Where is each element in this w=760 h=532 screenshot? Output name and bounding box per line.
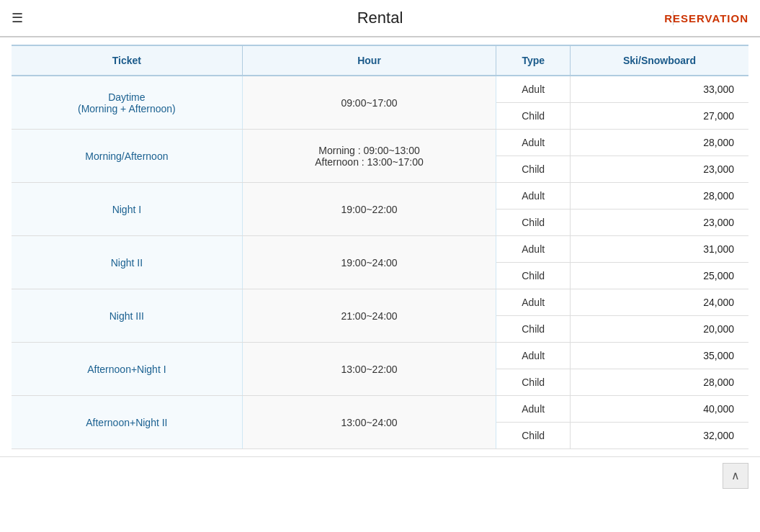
scroll-top-button[interactable]: ∧ — [723, 463, 748, 489]
page-footer: ∧ — [0, 456, 760, 495]
ticket-price: 27,000 — [571, 103, 748, 130]
rental-table: Ticket Hour Type Ski/Snowboard Daytime(M… — [12, 45, 748, 449]
menu-icon[interactable]: ☰ — [12, 10, 23, 26]
ticket-price: 23,000 — [571, 209, 748, 236]
ticket-price: 28,000 — [571, 183, 748, 209]
ticket-price: 24,000 — [571, 289, 748, 316]
ticket-hour: 13:00~22:00 — [242, 343, 496, 396]
ticket-name: Daytime(Morning + Afternoon) — [12, 76, 242, 130]
ticket-name: Night II — [12, 236, 242, 289]
table-row: Daytime(Morning + Afternoon)09:00~17:00A… — [12, 76, 748, 103]
ticket-price: 31,000 — [571, 236, 748, 263]
page-title: Rental — [357, 9, 403, 27]
ticket-name: Afternoon+Night II — [12, 396, 242, 449]
ticket-type: Child — [496, 316, 571, 343]
table-row: Morning/AfternoonMorning : 09:00~13:00Af… — [12, 130, 748, 156]
table-body: Daytime(Morning + Afternoon)09:00~17:00A… — [12, 76, 748, 449]
ticket-type: Child — [496, 369, 571, 396]
ticket-type: Adult — [496, 76, 571, 103]
col-hour: Hour — [242, 45, 496, 76]
table-header: Ticket Hour Type Ski/Snowboard — [12, 45, 748, 76]
ticket-price: 35,000 — [571, 343, 748, 369]
ticket-type: Adult — [496, 289, 571, 316]
col-ticket: Ticket — [12, 45, 242, 76]
ticket-price: 28,000 — [571, 369, 748, 396]
ticket-name: Morning/Afternoon — [12, 130, 242, 183]
ticket-hour: 19:00~24:00 — [242, 236, 496, 289]
ticket-hour: Morning : 09:00~13:00Afternoon : 13:00~1… — [242, 130, 496, 183]
ticket-name: Night I — [12, 183, 242, 236]
table-row: Afternoon+Night I13:00~22:00Adult35,000 — [12, 343, 748, 369]
ticket-hour: 09:00~17:00 — [242, 76, 496, 130]
ticket-price: 20,000 — [571, 316, 748, 343]
ticket-type: Adult — [496, 130, 571, 156]
ticket-hour: 21:00~24:00 — [242, 289, 496, 343]
ticket-type: Child — [496, 156, 571, 183]
ticket-name: Night III — [12, 289, 242, 343]
table-row: Night III21:00~24:00Adult24,000 — [12, 289, 748, 316]
ticket-price: 40,000 — [571, 396, 748, 423]
ticket-name: Afternoon+Night I — [12, 343, 242, 396]
ticket-type: Child — [496, 423, 571, 449]
ticket-hour: 13:00~24:00 — [242, 396, 496, 449]
table-row: Afternoon+Night II13:00~24:00Adult40,000 — [12, 396, 748, 423]
col-ski-snowboard: Ski/Snowboard — [571, 45, 748, 76]
ticket-type: Child — [496, 103, 571, 130]
ticket-type: Adult — [496, 183, 571, 209]
ticket-price: 28,000 — [571, 130, 748, 156]
table-row: Night II19:00~24:00Adult31,000 — [12, 236, 748, 263]
reservation-link[interactable]: RESERVATION — [664, 12, 748, 24]
ticket-type: Adult — [496, 236, 571, 263]
ticket-price: 32,000 — [571, 423, 748, 449]
col-type: Type — [496, 45, 571, 76]
ticket-price: 23,000 — [571, 156, 748, 183]
ticket-price: 25,000 — [571, 263, 748, 289]
rental-table-container: Ticket Hour Type Ski/Snowboard Daytime(M… — [0, 37, 760, 456]
ticket-type: Adult — [496, 343, 571, 369]
ticket-price: 33,000 — [571, 76, 748, 103]
ticket-type: Child — [496, 209, 571, 236]
ticket-hour: 19:00~22:00 — [242, 183, 496, 236]
header: ☰ Rental RESERVATION — [0, 0, 760, 37]
ticket-type: Child — [496, 263, 571, 289]
ticket-type: Adult — [496, 396, 571, 423]
table-row: Night I19:00~22:00Adult28,000 — [12, 183, 748, 209]
header-row: Ticket Hour Type Ski/Snowboard — [12, 45, 748, 76]
